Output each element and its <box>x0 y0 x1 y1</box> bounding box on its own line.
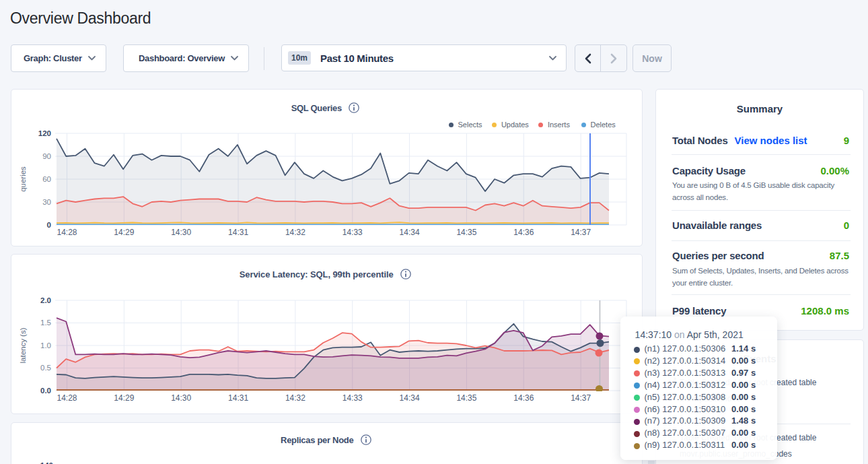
svg-text:60: 60 <box>42 175 51 183</box>
svg-text:14:32: 14:32 <box>285 393 305 403</box>
svg-text:14:30: 14:30 <box>171 228 191 237</box>
svg-text:14:35: 14:35 <box>456 393 476 403</box>
svg-text:14:28: 14:28 <box>57 228 77 237</box>
svg-text:14:29: 14:29 <box>114 393 134 403</box>
svg-text:14:37: 14:37 <box>571 228 591 237</box>
svg-text:14:33: 14:33 <box>342 393 363 403</box>
svg-text:14:35: 14:35 <box>456 228 476 237</box>
svg-text:120: 120 <box>38 129 51 137</box>
svg-text:14:30: 14:30 <box>171 393 191 403</box>
svg-text:0.5: 0.5 <box>40 364 51 372</box>
svg-text:14:28: 14:28 <box>57 393 77 403</box>
svg-text:14:34: 14:34 <box>400 393 420 403</box>
svg-text:0.0: 0.0 <box>40 387 51 395</box>
svg-text:latency (s): latency (s) <box>19 327 27 363</box>
svg-text:14:31: 14:31 <box>228 228 248 237</box>
svg-text:14:29: 14:29 <box>114 228 134 237</box>
svg-text:queries: queries <box>19 166 27 192</box>
svg-text:30: 30 <box>42 198 51 206</box>
svg-text:90: 90 <box>42 152 51 160</box>
svg-text:2.0: 2.0 <box>40 296 51 304</box>
svg-text:1.0: 1.0 <box>40 341 51 350</box>
svg-text:14:36: 14:36 <box>513 393 534 403</box>
svg-text:14:33: 14:33 <box>342 228 363 237</box>
svg-text:14:31: 14:31 <box>228 393 248 403</box>
svg-text:1.5: 1.5 <box>40 319 51 327</box>
svg-text:14:37: 14:37 <box>571 393 591 403</box>
svg-text:0: 0 <box>47 221 51 229</box>
svg-text:14:34: 14:34 <box>400 228 420 237</box>
svg-text:14:36: 14:36 <box>513 228 534 237</box>
svg-text:14:32: 14:32 <box>285 228 305 237</box>
